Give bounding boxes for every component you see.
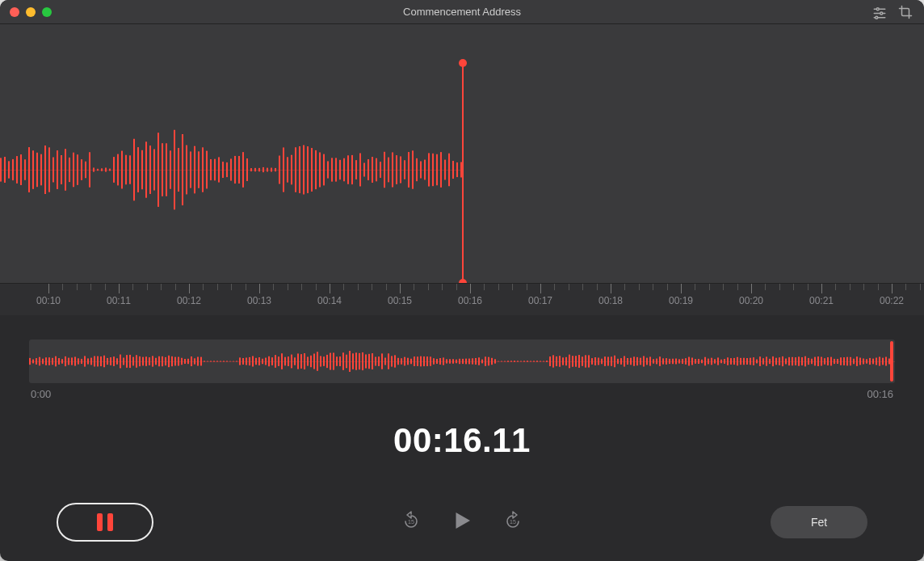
ruler-label: 00:15 xyxy=(388,295,412,306)
svg-point-5 xyxy=(876,16,878,19)
waveform-overview[interactable] xyxy=(29,340,895,383)
ruler-label: 00:22 xyxy=(880,295,904,306)
ruler-label: 00:20 xyxy=(739,295,763,306)
transport-controls: 15 15 Fet xyxy=(0,503,924,542)
crop-icon[interactable] xyxy=(898,5,913,19)
ruler-label: 00:17 xyxy=(528,295,552,306)
elapsed-time-display: 00:16.11 xyxy=(0,421,924,460)
svg-point-1 xyxy=(876,7,879,10)
svg-text:15: 15 xyxy=(510,519,516,525)
waveform-main[interactable] xyxy=(0,24,924,283)
play-button[interactable] xyxy=(450,508,474,536)
skip-forward-15-button[interactable]: 15 xyxy=(503,511,523,534)
ruler-label: 00:19 xyxy=(669,295,693,306)
ruler-label: 00:11 xyxy=(107,295,131,306)
playhead[interactable] xyxy=(462,63,464,283)
overview-start-time: 0:00 xyxy=(31,388,51,400)
svg-text:15: 15 xyxy=(408,519,414,525)
timeline-ruler[interactable]: 00:1000:1100:1200:1300:1400:1500:1600:17… xyxy=(0,283,924,315)
window-title: Commencement Address xyxy=(0,6,924,18)
done-button-label: Fet xyxy=(811,516,827,529)
ruler-label: 00:13 xyxy=(247,295,271,306)
voice-memos-window: Commencement Address 00:1000:1100:1200:1… xyxy=(0,0,924,561)
settings-sliders-icon[interactable] xyxy=(872,5,887,19)
svg-point-3 xyxy=(880,12,883,15)
titlebar: Commencement Address xyxy=(0,0,924,24)
overview-end-time: 00:16 xyxy=(867,388,893,400)
overview-playhead[interactable] xyxy=(890,341,893,382)
window-minimize-button[interactable] xyxy=(26,7,36,17)
window-zoom-button[interactable] xyxy=(42,7,52,17)
ruler-label: 00:14 xyxy=(317,295,342,306)
window-close-button[interactable] xyxy=(10,7,19,17)
ruler-label: 00:12 xyxy=(177,295,201,306)
ruler-label: 00:18 xyxy=(598,295,623,306)
ruler-label: 00:16 xyxy=(458,295,482,306)
done-button[interactable]: Fet xyxy=(771,506,867,538)
pause-record-button[interactable] xyxy=(57,503,153,542)
skip-back-15-button[interactable]: 15 xyxy=(401,511,421,534)
pause-icon xyxy=(97,513,113,531)
ruler-label: 00:21 xyxy=(809,295,834,306)
ruler-label: 00:10 xyxy=(36,295,61,306)
